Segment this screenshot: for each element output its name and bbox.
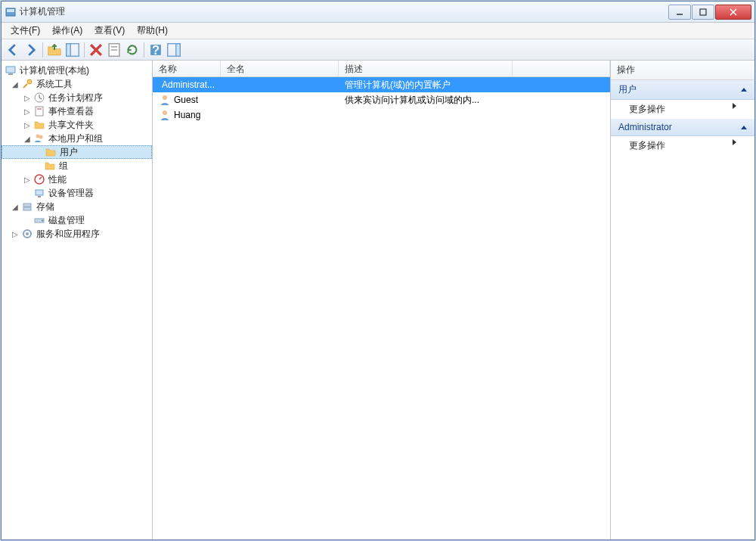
cell-name: Huang — [153, 109, 221, 121]
expand-icon[interactable]: ▷ — [23, 93, 32, 102]
col-fullname[interactable]: 全名 — [221, 61, 339, 76]
minimize-button[interactable] — [668, 5, 691, 20]
tree-root[interactable]: 计算机管理(本地) — [2, 64, 152, 77]
maximize-button[interactable] — [692, 5, 714, 20]
svg-rect-29 — [23, 207, 31, 210]
list-header: 名称 全名 描述 — [153, 61, 610, 77]
menu-help[interactable]: 帮助(H) — [131, 23, 174, 39]
svg-rect-18 — [8, 73, 13, 75]
back-button[interactable] — [5, 42, 21, 58]
refresh-button[interactable] — [124, 42, 141, 58]
collapse-icon[interactable]: ◢ — [23, 134, 32, 143]
cell-name: Administrat... — [153, 79, 221, 91]
device-icon — [33, 187, 45, 199]
collapse-arrow-icon — [741, 126, 747, 129]
tree-local-users[interactable]: ◢ 本地用户和组 — [2, 132, 152, 145]
submenu-arrow-icon — [733, 103, 736, 109]
toolbar-separator — [84, 42, 85, 58]
up-button[interactable] — [46, 42, 63, 58]
folder-icon — [45, 146, 57, 158]
tree-users[interactable]: 用户 — [2, 145, 152, 159]
show-hide-action-button[interactable] — [166, 42, 182, 58]
actions-more-users[interactable]: 更多操作 — [611, 100, 754, 119]
titlebar[interactable]: 计算机管理 — [2, 2, 754, 23]
tree-performance[interactable]: ▷ 性能 — [2, 173, 152, 186]
disk-icon — [33, 214, 45, 226]
list-row[interactable]: Huang — [153, 107, 610, 123]
tree-shared-folders[interactable]: ▷ 共享文件夹 — [2, 118, 152, 132]
expand-icon[interactable]: ▷ — [23, 175, 32, 184]
tree-task-scheduler[interactable]: ▷ 任务计划程序 — [2, 91, 152, 104]
svg-rect-1 — [7, 9, 14, 12]
window-controls — [668, 5, 751, 20]
folder-icon — [44, 160, 56, 172]
tree-disk-management[interactable]: 磁盘管理 — [2, 213, 152, 227]
svg-point-19 — [27, 79, 32, 84]
window-title: 计算机管理 — [20, 5, 668, 18]
help-button[interactable]: ? — [147, 42, 164, 58]
tree-event-viewer[interactable]: ▷ 事件查看器 — [2, 104, 152, 118]
computer-icon — [5, 64, 17, 76]
main-window: 计算机管理 文件(F) 操作(A) 查看(V) 帮助(H) ? 计算机管理(本 — [1, 1, 755, 540]
list-body[interactable]: Administrat...管理计算机(域)的内置帐户Guest供来宾访问计算机… — [153, 77, 610, 539]
actions-group-users[interactable]: 用户 — [611, 80, 754, 100]
menu-view[interactable]: 查看(V) — [88, 23, 131, 39]
menubar: 文件(F) 操作(A) 查看(V) 帮助(H) — [2, 23, 754, 39]
forward-button[interactable] — [23, 42, 39, 58]
tree-system-tools[interactable]: ◢ 系统工具 — [2, 77, 152, 91]
cell-description: 管理计算机(域)的内置帐户 — [339, 79, 513, 92]
svg-rect-21 — [36, 107, 43, 116]
svg-point-24 — [39, 135, 43, 139]
tree-device-manager[interactable]: 设备管理器 — [2, 186, 152, 200]
list-row[interactable]: Administrat...管理计算机(域)的内置帐户 — [153, 77, 610, 92]
svg-rect-16 — [176, 43, 181, 56]
svg-rect-28 — [23, 204, 31, 207]
actions-group-label: 用户 — [618, 83, 637, 96]
services-icon — [21, 228, 33, 240]
cell-name: Guest — [153, 94, 221, 106]
tree-services-apps[interactable]: ▷ 服务和应用程序 — [2, 227, 152, 241]
menu-action[interactable]: 操作(A) — [46, 23, 88, 39]
tree-storage[interactable]: ◢ 存储 — [2, 200, 152, 213]
actions-group-admin[interactable]: Administrator — [611, 119, 754, 136]
svg-point-35 — [163, 95, 167, 100]
toolbar: ? — [2, 39, 754, 61]
user-icon — [159, 109, 171, 121]
actions-more-admin[interactable]: 更多操作 — [611, 136, 754, 155]
expand-icon[interactable]: ▷ — [23, 120, 32, 129]
menu-file[interactable]: 文件(F) — [5, 23, 46, 39]
list-panel: 名称 全名 描述 Administrat...管理计算机(域)的内置帐户Gues… — [153, 61, 611, 539]
content-area: 计算机管理(本地) ◢ 系统工具 ▷ 任务计划程序 ▷ 事件查看器 ▷ 共享文件… — [2, 61, 754, 539]
collapse-icon[interactable]: ◢ — [11, 79, 20, 89]
actions-header: 操作 — [611, 61, 754, 80]
expand-icon[interactable]: ▷ — [11, 229, 20, 238]
tree-panel[interactable]: 计算机管理(本地) ◢ 系统工具 ▷ 任务计划程序 ▷ 事件查看器 ▷ 共享文件… — [2, 61, 153, 539]
users-group-icon — [33, 132, 45, 145]
collapse-arrow-icon — [741, 88, 747, 92]
svg-rect-7 — [67, 43, 71, 56]
col-name[interactable]: 名称 — [153, 61, 221, 76]
close-button[interactable] — [715, 5, 751, 20]
submenu-arrow-icon — [733, 139, 736, 145]
expand-icon[interactable]: ▷ — [23, 107, 32, 116]
svg-point-36 — [163, 110, 167, 115]
svg-rect-17 — [6, 67, 15, 73]
tree-groups[interactable]: 组 — [2, 159, 152, 173]
toolbar-separator — [42, 42, 43, 58]
actions-group-label: Administrator — [618, 122, 672, 132]
app-icon — [5, 6, 17, 18]
performance-icon — [33, 173, 45, 185]
show-hide-tree-button[interactable] — [64, 42, 81, 58]
svg-text:?: ? — [152, 42, 160, 56]
clock-icon — [33, 92, 45, 104]
properties-button[interactable] — [106, 42, 122, 58]
list-row[interactable]: Guest供来宾访问计算机或访问域的内... — [153, 92, 610, 107]
tools-icon — [21, 78, 33, 90]
svg-point-33 — [26, 232, 29, 235]
delete-button[interactable] — [88, 42, 104, 58]
cell-description: 供来宾访问计算机或访问域的内... — [339, 94, 513, 107]
collapse-icon[interactable]: ◢ — [11, 202, 20, 211]
svg-rect-27 — [38, 196, 41, 197]
col-description[interactable]: 描述 — [339, 61, 513, 76]
storage-icon — [21, 201, 33, 213]
